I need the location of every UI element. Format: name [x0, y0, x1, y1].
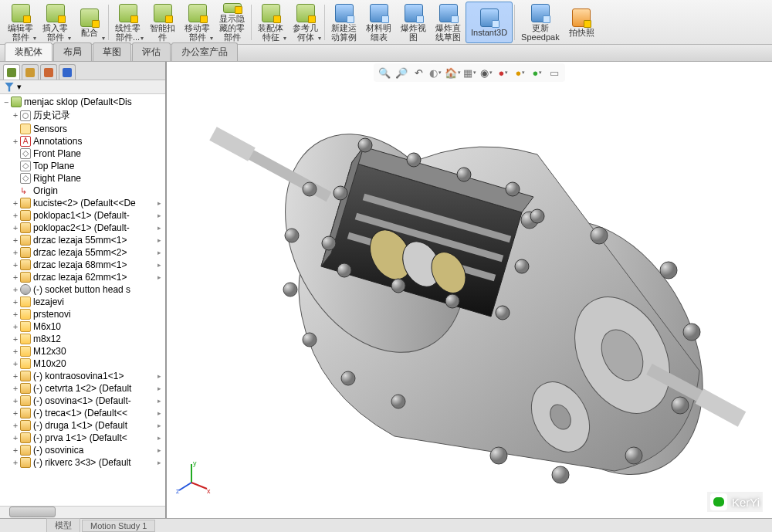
tree-item[interactable]: +drzac lezaja 55mm<2>▸	[0, 246, 165, 259]
tree-item[interactable]: +drzac lezaja 62mm<1>▸	[0, 271, 165, 283]
tab-layout[interactable]: 布局	[53, 42, 92, 61]
svg-point-8	[672, 397, 689, 414]
expand-toggle[interactable]: +	[11, 360, 20, 368]
expand-toggle[interactable]: −	[2, 98, 11, 107]
bottom-tab-model[interactable]: 模型	[46, 518, 80, 532]
expand-toggle[interactable]: +	[11, 298, 20, 307]
tree-item[interactable]: +(-) prva 1<1> (Default<▸	[0, 432, 165, 444]
expand-toggle[interactable]: +	[11, 459, 20, 467]
tree-item[interactable]: +(-) cetvrta 1<2> (Default▸	[0, 382, 165, 395]
dropdown-arrow-icon[interactable]: ▾	[210, 35, 213, 42]
tree-item-label: (-) osovinica	[33, 445, 83, 456]
expand-toggle[interactable]: +	[11, 347, 20, 356]
expand-toggle[interactable]: +	[11, 409, 20, 418]
snapshot-icon	[572, 8, 591, 27]
expand-toggle[interactable]: +	[11, 434, 20, 442]
tool-show-hide[interactable]: 显示隐 藏的零 部件	[215, 2, 249, 43]
tool-linear-pattern[interactable]: 线性零 部件...▾	[110, 2, 145, 43]
svg-point-31	[283, 283, 297, 296]
tree-item[interactable]: +poklopac1<1> (Default-▸	[0, 209, 165, 222]
tree-item[interactable]: +m8x12	[0, 333, 165, 345]
tool-move-part[interactable]: 移动零 部件▾	[180, 2, 215, 43]
tree-item[interactable]: +(-) osovina<1> (Default-▸	[0, 395, 165, 407]
tab-office[interactable]: 办公室产品	[171, 42, 238, 61]
tab-sketch[interactable]: 草图	[93, 42, 131, 61]
fm-tab-cfg[interactable]	[22, 64, 39, 80]
expand-toggle[interactable]: +	[11, 397, 20, 405]
tree-item[interactable]: +(-) socket button head s	[0, 283, 165, 296]
tree-item[interactable]: Right Plane	[0, 172, 165, 185]
dropdown-arrow-icon[interactable]: ▾	[102, 35, 105, 42]
tool-update-speedpak[interactable]: 更新 Speedpak	[516, 2, 564, 43]
bottom-tab-motion[interactable]: Motion Study 1	[82, 520, 155, 532]
tab-assembly[interactable]: 装配体	[5, 42, 52, 61]
tree-item[interactable]: +(-) druga 1<1> (Default▸	[0, 419, 165, 432]
expand-toggle[interactable]: +	[11, 422, 20, 430]
tree-item[interactable]: +M6x10	[0, 320, 165, 333]
expand-toggle[interactable]: +	[11, 446, 20, 455]
expand-toggle[interactable]: +	[11, 111, 20, 120]
tree-item[interactable]: +prstenovi	[0, 308, 165, 320]
tree-item[interactable]: +drzac lezaja 55mm<1>▸	[0, 234, 165, 246]
expand-toggle[interactable]: +	[11, 261, 20, 269]
expand-toggle[interactable]: +	[11, 286, 20, 294]
expand-toggle[interactable]: +	[11, 273, 20, 282]
fm-hscrollbar[interactable]	[0, 506, 165, 518]
expand-toggle[interactable]: +	[11, 224, 20, 232]
tree-item[interactable]: +(-) osovinica▸	[0, 444, 165, 456]
tree-item[interactable]: +M10x20	[0, 357, 165, 370]
expand-toggle[interactable]: +	[11, 323, 20, 331]
tool-assembly-feature[interactable]: 装配体 特征▾	[253, 2, 288, 43]
tree-item[interactable]: +lezajevi	[0, 296, 165, 308]
tool-edit-part[interactable]: 编辑零 部件▾	[3, 2, 38, 43]
expand-toggle[interactable]: +	[11, 212, 20, 220]
tool-smart-fastener[interactable]: 智能扣 件	[145, 2, 180, 43]
fm-tab-prop[interactable]	[40, 64, 57, 80]
tree-item[interactable]: Top Plane	[0, 160, 165, 172]
tree-item[interactable]: Sensors	[0, 123, 165, 135]
tool-mate[interactable]: 配合▾	[73, 2, 107, 43]
tool-explode-line[interactable]: 爆炸直 线草图	[431, 2, 466, 43]
expand-toggle[interactable]: +	[11, 249, 20, 257]
tree-item[interactable]: Front Plane	[0, 147, 165, 160]
expand-toggle[interactable]: +	[11, 310, 20, 319]
folder-icon	[20, 358, 31, 369]
tree-item[interactable]: +M12x30	[0, 345, 165, 357]
fm-tab-fm[interactable]	[3, 64, 20, 80]
expand-toggle[interactable]: +	[11, 335, 20, 344]
dropdown-arrow-icon[interactable]: ▾	[141, 35, 144, 42]
tree-item[interactable]: +AAnnotations	[0, 135, 165, 147]
expand-toggle[interactable]: +	[11, 137, 20, 146]
tree-item[interactable]: +(-) rikverc 3<3> (Default▸	[0, 456, 165, 469]
tool-bom[interactable]: 材料明 细表	[361, 2, 396, 43]
tool-new-motion[interactable]: 新建运 动算例	[327, 2, 361, 43]
tree-item[interactable]: +(-) kontraosovina1<1>▸	[0, 370, 165, 382]
expand-toggle[interactable]: +	[11, 372, 20, 381]
tool-instant3d[interactable]: Instant3D	[466, 2, 513, 43]
expand-toggle[interactable]: +	[11, 385, 20, 393]
dropdown-arrow-icon[interactable]: ▾	[283, 35, 286, 42]
tree-item[interactable]: Origin	[0, 185, 165, 197]
tree-item[interactable]: +(-) treca<1> (Default<<▸	[0, 407, 165, 419]
tree-root-assembly[interactable]: − menjac sklop (Default<Dis	[0, 96, 165, 108]
svg-point-21	[530, 209, 544, 223]
dropdown-arrow-icon[interactable]: ▾	[68, 35, 71, 42]
tree-item[interactable]: +历史记录	[0, 108, 165, 123]
tree-item[interactable]: +poklopac2<1> (Default-▸	[0, 222, 165, 234]
expand-toggle[interactable]: +	[11, 199, 20, 208]
tool-insert-parts[interactable]: 插入零 部件▾	[38, 2, 73, 43]
tool-explode[interactable]: 爆炸视 图	[396, 2, 431, 43]
tree-item[interactable]: +kuciste<2> (Default<<De▸	[0, 197, 165, 209]
dropdown-arrow-icon[interactable]: ▾	[33, 35, 36, 42]
tool-snapshot[interactable]: 拍快照	[564, 2, 599, 43]
tree-item[interactable]: +drzac lezaja 68mm<1>▸	[0, 259, 165, 271]
filter-dropdown-arrow[interactable]: ▾	[17, 82, 22, 92]
tool-ref-geom[interactable]: 参考几 何体▾	[288, 2, 323, 43]
graphics-viewport[interactable]: 🔍🔎↶◐▾🏠▾▦▾◉▾●▾●▾●▾▭	[167, 62, 772, 518]
fm-tab-disp[interactable]	[59, 64, 76, 80]
tab-evaluate[interactable]: 评估	[132, 42, 171, 61]
fm-filter-bar[interactable]: ▾	[0, 80, 165, 94]
expand-toggle[interactable]: +	[11, 236, 20, 245]
dropdown-arrow-icon[interactable]: ▾	[318, 35, 321, 42]
orientation-triad[interactable]: y z x	[176, 459, 212, 495]
